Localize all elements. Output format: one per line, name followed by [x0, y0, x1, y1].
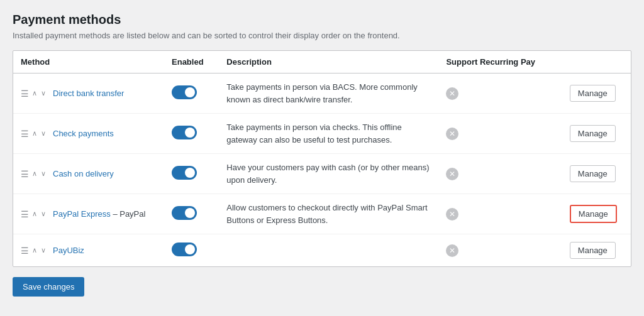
toggle-slider — [172, 206, 197, 220]
col-header-action — [562, 51, 631, 74]
page-title: Payment methods — [13, 13, 631, 27]
description-text: Take payments in person via BACS. More c… — [226, 82, 417, 104]
toggle-switch[interactable] — [172, 206, 197, 220]
toggle-switch[interactable] — [172, 166, 197, 180]
manage-button[interactable]: Manage — [570, 205, 617, 223]
manage-button[interactable]: Manage — [570, 165, 616, 182]
method-link[interactable]: PayUBiz — [53, 246, 84, 255]
table-row: ☰ ∧ ∨ Direct bank transfer Take payments… — [13, 74, 631, 114]
page-subtitle: Installed payment methods are listed bel… — [13, 31, 631, 40]
move-down-button[interactable]: ∨ — [40, 170, 47, 177]
recurring-support-icon: ✕ — [446, 168, 458, 180]
move-up-button[interactable]: ∧ — [31, 247, 38, 254]
method-link[interactable]: Direct bank transfer — [53, 89, 124, 98]
col-header-enabled: Enabled — [164, 51, 219, 74]
table-row: ☰ ∧ ∨ Check payments Take payments in pe… — [13, 114, 631, 154]
description-text: Allow customers to checkout directly wit… — [226, 203, 427, 225]
move-up-button[interactable]: ∧ — [31, 90, 38, 97]
toggle-slider — [172, 166, 197, 180]
method-link[interactable]: Check payments — [53, 129, 114, 138]
description-text: Have your customers pay with cash (or by… — [226, 163, 429, 185]
manage-button[interactable]: Manage — [570, 125, 616, 142]
drag-controls: ☰ ∧ ∨ — [21, 209, 47, 219]
description-text: Take payments in person via checks. This… — [226, 123, 401, 144]
move-down-button[interactable]: ∨ — [40, 247, 47, 254]
col-header-recurring: Support Recurring Pay — [438, 51, 562, 74]
table-row: ☰ ∧ ∨ PayUBiz ✕ Manage — [13, 234, 631, 267]
col-header-description: Description — [219, 51, 438, 74]
drag-icon[interactable]: ☰ — [21, 169, 29, 179]
drag-icon[interactable]: ☰ — [21, 129, 29, 139]
recurring-support-icon: ✕ — [446, 244, 458, 257]
drag-controls: ☰ ∧ ∨ — [21, 129, 47, 139]
drag-icon[interactable]: ☰ — [21, 209, 29, 219]
toggle-switch[interactable] — [172, 85, 197, 99]
drag-controls: ☰ ∧ ∨ — [21, 89, 47, 99]
col-header-method: Method — [13, 51, 164, 74]
method-link[interactable]: Cash on delivery — [53, 169, 114, 178]
method-link[interactable]: PayPal Express – PayPal — [53, 209, 145, 219]
toggle-slider — [172, 85, 197, 99]
save-changes-button[interactable]: Save changes — [13, 277, 84, 297]
drag-icon[interactable]: ☰ — [21, 89, 29, 99]
move-down-button[interactable]: ∨ — [40, 210, 47, 217]
toggle-switch[interactable] — [172, 126, 197, 139]
manage-button[interactable]: Manage — [570, 85, 616, 102]
recurring-support-icon: ✕ — [446, 208, 458, 221]
move-up-button[interactable]: ∧ — [31, 170, 38, 177]
toggle-slider — [172, 242, 197, 256]
recurring-support-icon: ✕ — [446, 87, 458, 100]
move-up-button[interactable]: ∧ — [31, 130, 38, 137]
move-up-button[interactable]: ∧ — [31, 210, 38, 217]
move-down-button[interactable]: ∨ — [40, 90, 47, 97]
manage-button[interactable]: Manage — [570, 242, 616, 259]
payment-methods-table: Method Enabled Description Support Recur… — [13, 50, 631, 267]
drag-controls: ☰ ∧ ∨ — [21, 246, 47, 256]
move-down-button[interactable]: ∨ — [40, 130, 47, 137]
table-row: ☰ ∧ ∨ Cash on delivery Have your custome… — [13, 154, 631, 194]
toggle-slider — [172, 126, 197, 139]
recurring-support-icon: ✕ — [446, 128, 458, 140]
drag-icon[interactable]: ☰ — [21, 246, 29, 256]
toggle-switch[interactable] — [172, 242, 197, 256]
drag-controls: ☰ ∧ ∨ — [21, 169, 47, 179]
table-row: ☰ ∧ ∨ PayPal Express – PayPal Allow cust… — [13, 194, 631, 234]
